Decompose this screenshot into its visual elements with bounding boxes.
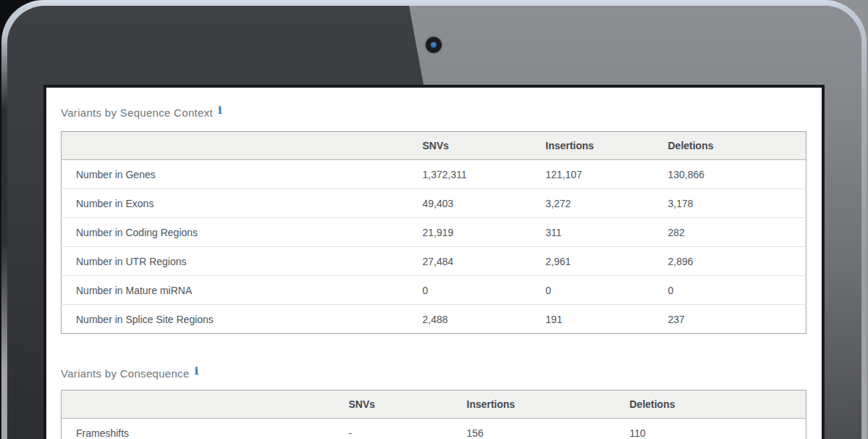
sequence-context-table: SNVs Insertions Deletions Number in Gene… — [61, 131, 806, 334]
insertions-value: 311 — [531, 218, 654, 247]
column-header-snvs: SNVs — [408, 132, 531, 160]
insertions-value: 3,272 — [531, 189, 654, 218]
column-header-insertions: Insertions — [452, 390, 615, 419]
column-header-deletions: Deletions — [615, 390, 806, 419]
table-row: Number in Coding Regions 21,919 311 282 — [62, 218, 806, 247]
deletions-value: 282 — [654, 218, 806, 247]
sequence-context-title-text: Variants by Sequence Context — [61, 106, 213, 119]
sequence-context-title: Variants by Sequence Contexti — [61, 106, 807, 120]
table-row: Number in UTR Regions 27,484 2,961 2,896 — [62, 247, 806, 276]
insertions-value: 2,961 — [531, 247, 654, 276]
row-label: Number in Splice Site Regions — [62, 305, 408, 334]
snvs-value: - — [334, 419, 452, 439]
column-header-insertions: Insertions — [531, 132, 654, 160]
section-consequence: Variants by Consequencei SNVs Insertions… — [61, 367, 807, 439]
tablet-screen: Variants by Sequence Contexti SNVs Inser… — [43, 85, 825, 439]
insertions-value: 156 — [452, 419, 615, 439]
report-content: Variants by Sequence Contexti SNVs Inser… — [46, 88, 822, 439]
deletions-value: 3,178 — [654, 189, 806, 218]
insertions-value: 121,107 — [531, 160, 654, 189]
column-header-empty — [62, 390, 334, 419]
row-label: Number in Mature miRNA — [62, 276, 408, 305]
snvs-value: 27,484 — [408, 247, 531, 276]
row-label: Number in Genes — [62, 160, 408, 189]
snvs-value: 0 — [408, 276, 531, 305]
deletions-value: 110 — [615, 419, 806, 439]
deletions-value: 0 — [654, 276, 806, 305]
consequence-title-text: Variants by Consequence — [61, 367, 190, 380]
info-icon[interactable]: i — [195, 364, 199, 377]
snvs-value: 2,488 — [408, 305, 531, 334]
deletions-value: 130,866 — [654, 160, 806, 189]
deletions-value: 2,896 — [654, 247, 806, 276]
snvs-value: 1,372,311 — [408, 160, 531, 189]
column-header-snvs: SNVs — [334, 390, 452, 419]
table-row: Number in Splice Site Regions 2,488 191 … — [62, 305, 806, 334]
table-row: Frameshifts - 156 110 — [62, 419, 806, 439]
deletions-value: 237 — [654, 305, 806, 334]
front-camera-icon — [426, 37, 442, 53]
table-row: Number in Genes 1,372,311 121,107 130,86… — [62, 160, 806, 189]
snvs-value: 49,403 — [408, 189, 531, 218]
info-icon[interactable]: i — [218, 104, 222, 117]
section-sequence-context: Variants by Sequence Contexti SNVs Inser… — [61, 106, 807, 334]
table-header-row: SNVs Insertions Deletions — [62, 390, 806, 419]
column-header-empty — [62, 132, 408, 160]
row-label: Number in Exons — [62, 189, 408, 218]
insertions-value: 0 — [531, 276, 654, 305]
column-header-deletions: Deletions — [654, 132, 806, 160]
consequence-title: Variants by Consequencei — [61, 367, 807, 380]
row-label: Number in Coding Regions — [62, 218, 408, 247]
row-label: Number in UTR Regions — [62, 247, 408, 276]
table-row: Number in Exons 49,403 3,272 3,178 — [62, 189, 806, 218]
snvs-value: 21,919 — [408, 218, 531, 247]
table-header-row: SNVs Insertions Deletions — [62, 132, 806, 160]
row-label: Frameshifts — [62, 419, 334, 439]
consequence-table: SNVs Insertions Deletions Frameshifts - … — [61, 390, 806, 439]
table-row: Number in Mature miRNA 0 0 0 — [62, 276, 806, 305]
camera-lens — [431, 42, 437, 48]
insertions-value: 191 — [531, 305, 654, 334]
